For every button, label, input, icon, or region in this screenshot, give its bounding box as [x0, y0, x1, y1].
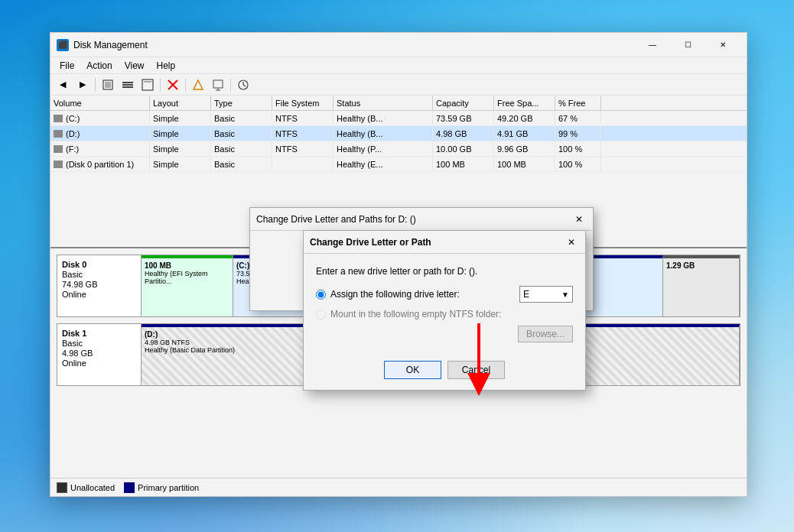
efi-status: Healthy (EFI System Partitio... — [145, 270, 229, 285]
efi-size: 100 MB — [145, 261, 229, 270]
toolbar-sep1 — [95, 78, 96, 92]
forward-button[interactable]: ▶ — [73, 76, 92, 93]
table-row[interactable]: (F:) Simple Basic NTFS Healthy (P... 10.… — [50, 141, 747, 157]
menu-action[interactable]: Action — [80, 57, 118, 73]
toolbar-btn5[interactable] — [209, 76, 227, 93]
dialog-fg: Change Drive Letter or Path ✕ Enter a ne… — [303, 230, 586, 391]
cell-fs: NTFS — [272, 111, 334, 125]
disk-management-window: ⬛ Disk Management — ☐ ✕ File Action View… — [50, 32, 747, 497]
dialog-fg-close[interactable]: ✕ — [564, 235, 579, 250]
svg-rect-6 — [144, 81, 151, 83]
header-free: Free Spa... — [494, 96, 555, 110]
cell-layout: Simple — [150, 157, 211, 171]
disk0-name: Disk 0 — [62, 260, 136, 269]
disk0-status: Online — [62, 290, 136, 299]
menu-help[interactable]: Help — [151, 57, 182, 73]
cell-status: Healthy (B... — [334, 126, 433, 141]
cell-status: Healthy (B... — [334, 111, 433, 125]
cell-type: Basic — [211, 157, 272, 171]
delete-button[interactable] — [164, 76, 182, 93]
cell-fs: NTFS — [272, 126, 334, 141]
title-controls: — ☐ ✕ — [635, 33, 740, 57]
cell-capacity: 73.59 GB — [433, 111, 494, 125]
drive-letter-value: E — [523, 289, 529, 300]
toolbar-btn3[interactable] — [138, 76, 157, 93]
title-bar: ⬛ Disk Management — ☐ ✕ — [50, 33, 747, 57]
toolbar-btn4[interactable] — [189, 76, 207, 93]
cell-fs — [272, 157, 334, 171]
window-title: Disk Management — [73, 40, 635, 50]
maximize-button[interactable]: ☐ — [670, 33, 705, 57]
svg-line-15 — [243, 85, 246, 86]
dialog-fg-ok[interactable]: OK — [384, 361, 441, 379]
unalloc-size: 1.29 GB — [666, 261, 736, 270]
disk1-info: Disk 1 Basic 4.98 GB Online — [57, 324, 142, 385]
app-icon: ⬛ — [57, 39, 69, 51]
svg-marker-9 — [194, 80, 203, 89]
header-layout: Layout — [150, 96, 211, 110]
cell-layout: Simple — [150, 111, 211, 125]
cell-layout: Simple — [150, 126, 211, 141]
cell-type: Basic — [211, 126, 272, 141]
disk1-size: 4.98 GB — [62, 349, 136, 358]
drive-letter-dropdown[interactable]: E ▼ — [519, 286, 573, 303]
legend-primary-box — [124, 482, 135, 493]
back-button[interactable]: ◀ — [54, 76, 72, 93]
cell-status: Healthy (P... — [334, 141, 433, 156]
cell-pct: 100 % — [555, 141, 601, 156]
radio-row-2: Mount in the following empty NTFS folder… — [316, 309, 573, 320]
dialog-fg-titlebar: Change Drive Letter or Path ✕ — [304, 231, 585, 254]
radio-assign[interactable] — [316, 290, 326, 300]
radio-row-1: Assign the following drive letter: E ▼ — [316, 286, 573, 303]
footer-legend: Unallocated Primary partition — [50, 478, 747, 496]
legend-unallocated-label: Unallocated — [70, 483, 115, 492]
dialog-instruction: Enter a new drive letter or path for D: … — [316, 266, 573, 277]
menu-file[interactable]: File — [54, 57, 80, 73]
toolbar-btn2[interactable] — [119, 76, 137, 93]
dialog-bg-title-text: Change Drive Letter and Paths for D: () — [256, 214, 416, 225]
dialog-fg-cancel[interactable]: Cancel — [447, 361, 505, 379]
cell-layout: Simple — [150, 141, 211, 156]
toolbar-sep2 — [160, 78, 161, 92]
cell-volume: (C:) — [50, 111, 150, 125]
toolbar-btn6[interactable] — [234, 76, 252, 93]
dialog-bg-titlebar: Change Drive Letter and Paths for D: () … — [250, 208, 593, 231]
toolbar-sep4 — [230, 78, 231, 92]
cell-status: Healthy (E... — [334, 157, 433, 171]
svg-rect-2 — [122, 82, 133, 83]
minimize-button[interactable]: — — [635, 33, 670, 57]
cell-volume: (Disk 0 partition 1) — [50, 157, 150, 171]
svg-rect-1 — [105, 82, 111, 88]
efi-partition[interactable]: 100 MB Healthy (EFI System Partitio... — [142, 255, 233, 316]
legend-primary-label: Primary partition — [138, 483, 199, 492]
toolbar: ◀ ▶ — [50, 74, 747, 96]
disk1-status: Online — [62, 358, 136, 368]
table-row[interactable]: (C:) Simple Basic NTFS Healthy (B... 73.… — [50, 111, 747, 126]
cell-capacity: 10.00 GB — [433, 141, 494, 156]
cell-volume: (F:) — [50, 141, 150, 156]
toolbar-btn1[interactable] — [99, 76, 117, 93]
cell-capacity: 4.98 GB — [433, 126, 494, 141]
table-row[interactable]: (Disk 0 partition 1) Simple Basic Health… — [50, 157, 747, 172]
cell-free: 4.91 GB — [494, 126, 555, 141]
close-button[interactable]: ✕ — [705, 33, 740, 57]
toolbar-sep3 — [185, 78, 186, 92]
table-row[interactable]: (D:) Simple Basic NTFS Healthy (B... 4.9… — [50, 126, 747, 141]
dialog-bg-close[interactable]: ✕ — [571, 212, 587, 227]
disk0-info: Disk 0 Basic 74.98 GB Online — [57, 255, 142, 316]
radio-mount[interactable] — [316, 310, 326, 320]
header-fs: File System — [272, 96, 334, 110]
dropdown-chevron-icon: ▼ — [561, 290, 569, 299]
svg-rect-4 — [122, 86, 133, 88]
menu-bar: File Action View Help — [50, 57, 747, 74]
cell-pct: 99 % — [555, 126, 601, 141]
menu-view[interactable]: View — [119, 57, 151, 73]
unalloc-partition[interactable]: 1.29 GB — [663, 255, 740, 316]
cell-free: 100 MB — [494, 157, 555, 171]
radio-assign-label: Assign the following drive letter: — [330, 289, 515, 300]
dialog-fg-content: Enter a new drive letter or path for D: … — [304, 254, 585, 355]
browse-button: Browse... — [518, 326, 573, 342]
header-volume: Volume — [50, 96, 150, 110]
legend-primary: Primary partition — [124, 482, 199, 493]
legend-unallocated-box — [57, 482, 67, 493]
